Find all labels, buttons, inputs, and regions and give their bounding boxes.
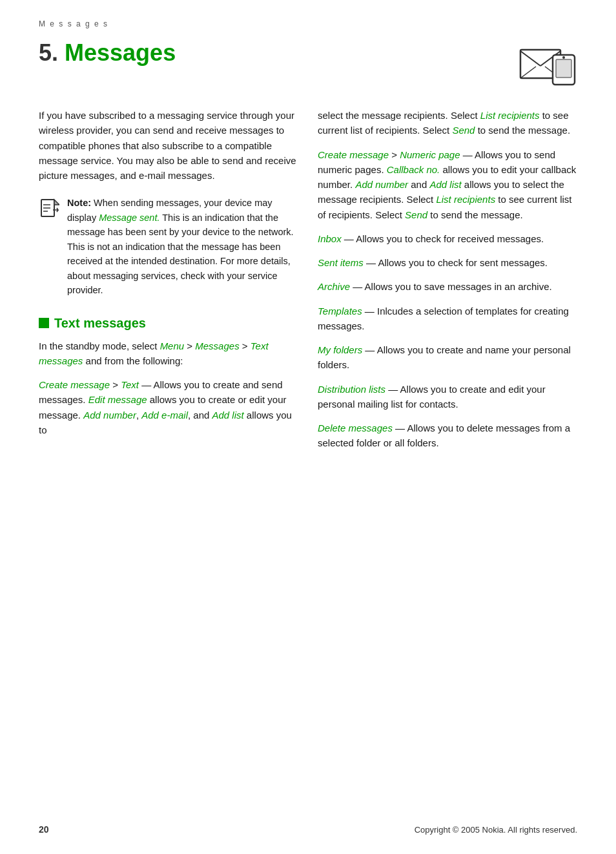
- add-number-link: Add number: [83, 410, 136, 421]
- distribution-lists-label: Distribution lists: [318, 384, 385, 395]
- send-link2: Send: [405, 209, 427, 220]
- my-folders-dash: —: [362, 344, 377, 355]
- add-email-link: Add e-mail: [141, 410, 188, 421]
- edit-message-link: Edit message: [88, 394, 147, 405]
- archive-dash: —: [350, 281, 365, 292]
- menu-link: Menu: [160, 340, 185, 351]
- list-recipients-link1: List recipients: [480, 110, 540, 121]
- to-send-text1: to send the message.: [475, 125, 570, 136]
- item-my-folders: My folders — Allows you to create and na…: [318, 342, 577, 373]
- inbox-label: Inbox: [318, 233, 342, 244]
- item-sent-items: Sent items — Allows you to check for sen…: [318, 255, 577, 270]
- page-number: 20: [39, 824, 49, 835]
- section-intro-text1: In the standby mode, select: [39, 340, 160, 351]
- add-number-link2: Add number: [355, 179, 408, 190]
- send-link1: Send: [452, 125, 475, 136]
- create-message-label2: Create message: [318, 149, 389, 160]
- numeric-text3: and: [408, 179, 429, 190]
- arrow-sep: >: [110, 379, 121, 390]
- item-inbox: Inbox — Allows you to check for received…: [318, 231, 577, 246]
- title-block: 5. Messages: [39, 40, 519, 79]
- item-sep2: ,: [136, 410, 141, 421]
- note-box: Note: When sending messages, your device…: [39, 196, 298, 297]
- svg-marker-10: [54, 200, 59, 205]
- item-archive: Archive — Allows you to save messages in…: [318, 279, 577, 294]
- templates-label: Templates: [318, 306, 362, 317]
- messages-link: Messages: [195, 340, 239, 351]
- dash2: —: [460, 149, 475, 160]
- item-create-text-continuation: select the message recipients. Select Li…: [318, 108, 577, 138]
- callback-no-link: Callback no.: [387, 164, 440, 175]
- text-label: Text: [121, 379, 139, 390]
- note-text: Note: When sending messages, your device…: [67, 196, 298, 297]
- right-column: select the message recipients. Select Li…: [318, 108, 577, 460]
- item-delete-messages: Delete messages — Allows you to delete m…: [318, 421, 577, 451]
- svg-point-7: [562, 56, 565, 59]
- page: M e s s a g e s 5. Messages: [0, 0, 616, 854]
- arrow-sep2: >: [389, 149, 400, 160]
- note-body-2: This is an indication that the message h…: [67, 213, 294, 295]
- list-recipients-link2: List recipients: [436, 194, 495, 205]
- chapter-title-text: Messages: [65, 39, 176, 66]
- breadcrumb: M e s s a g e s: [39, 19, 577, 28]
- note-icon: [39, 197, 59, 218]
- add-list-link2: Add list: [429, 179, 461, 190]
- item-templates: Templates — Inlcudes a selection of temp…: [318, 304, 577, 334]
- item-distribution-lists: Distribution lists — Allows you to creat…: [318, 382, 577, 412]
- section-heading: Text messages: [39, 316, 298, 331]
- svg-rect-6: [556, 59, 571, 78]
- item-create-text: Create message > Text — Allows you to cr…: [39, 377, 298, 437]
- numeric-text6: to send the message.: [427, 209, 523, 220]
- chapter-number: 5.: [39, 39, 58, 66]
- my-folders-label: My folders: [318, 344, 362, 355]
- intro-paragraph: If you have subscribed to a messaging se…: [39, 108, 298, 183]
- create-message-label: Create message: [39, 379, 110, 390]
- item-create-numeric: Create message > Numeric page — Allows y…: [318, 147, 577, 222]
- content-area: If you have subscribed to a messaging se…: [39, 108, 577, 460]
- left-column: If you have subscribed to a messaging se…: [39, 108, 298, 460]
- message-sent-highlight: Message sent.: [99, 213, 159, 223]
- inbox-dash: —: [342, 233, 356, 244]
- numeric-page-label: Numeric page: [400, 149, 460, 160]
- chapter-title: 5. Messages: [39, 40, 519, 66]
- section-intro-sep2: >: [240, 340, 251, 351]
- item-text3: , and: [188, 410, 212, 421]
- templates-dash: —: [362, 306, 377, 317]
- distribution-dash: —: [385, 384, 400, 395]
- delete-dash: —: [393, 422, 407, 433]
- select-recipients-text: select the message recipients. Select: [318, 110, 480, 121]
- header-area: 5. Messages: [39, 40, 577, 89]
- section-square-icon: [39, 318, 49, 328]
- sent-items-dash: —: [364, 257, 378, 268]
- section-intro-sep1: >: [184, 340, 195, 351]
- inbox-text: Allows you to check for received message…: [356, 233, 544, 244]
- messages-icon: [519, 43, 577, 89]
- section-title: Text messages: [54, 316, 146, 331]
- section-intro: In the standby mode, select Menu > Messa…: [39, 338, 298, 369]
- copyright-text: Copyright © 2005 Nokia. All rights reser…: [415, 825, 577, 835]
- note-label: Note:: [67, 198, 91, 208]
- sent-items-text: Allows you to check for sent messages.: [378, 257, 548, 268]
- add-list-link: Add list: [212, 410, 244, 421]
- archive-text: Allows you to save messages in an archiv…: [365, 281, 552, 292]
- section-intro-end: and from the following:: [83, 355, 183, 366]
- dash1: —: [139, 379, 154, 390]
- archive-label: Archive: [318, 281, 350, 292]
- delete-messages-label: Delete messages: [318, 422, 393, 433]
- sent-items-label: Sent items: [318, 257, 364, 268]
- footer: 20 Copyright © 2005 Nokia. All rights re…: [39, 824, 577, 835]
